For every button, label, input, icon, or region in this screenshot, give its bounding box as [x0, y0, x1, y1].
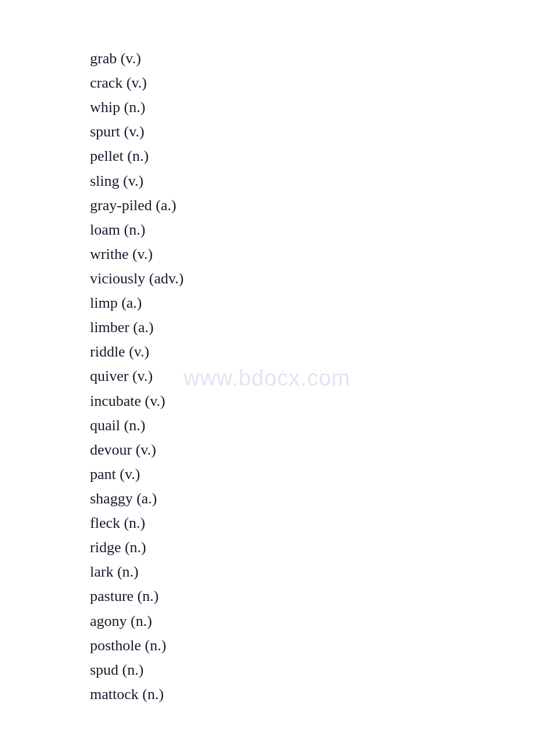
list-item: riddle (v.)	[90, 340, 534, 364]
list-item: lark (n.)	[90, 560, 534, 584]
list-item: shaggy (a.)	[90, 487, 534, 511]
list-item: quail (n.)	[90, 413, 534, 438]
list-item: limp (a.)	[90, 291, 534, 315]
list-item: quiver (v.)	[90, 364, 534, 388]
list-item: fleck (n.)	[90, 511, 534, 535]
list-item: pant (v.)	[90, 462, 534, 487]
list-item: spud (n.)	[90, 658, 534, 682]
list-item: pellet (n.)	[90, 144, 534, 168]
list-item: incubate (v.)	[90, 389, 534, 413]
list-item: limber (a.)	[90, 315, 534, 340]
list-item: pasture (n.)	[90, 584, 534, 609]
list-item: sling (v.)	[90, 169, 534, 193]
list-item: grab (v.)	[90, 46, 534, 71]
list-item: ridge (n.)	[90, 535, 534, 560]
list-item: gray-piled (a.)	[90, 193, 534, 218]
word-list: grab (v.)crack (v.)whip (n.)spurt (v.)pe…	[0, 0, 534, 707]
list-item: crack (v.)	[90, 71, 534, 95]
list-item: mattock (n.)	[90, 682, 534, 707]
list-item: agony (n.)	[90, 609, 534, 633]
list-item: viciously (adv.)	[90, 267, 534, 291]
list-item: posthole (n.)	[90, 633, 534, 658]
list-item: spurt (v.)	[90, 120, 534, 144]
list-item: whip (n.)	[90, 95, 534, 120]
list-item: writhe (v.)	[90, 242, 534, 267]
list-item: loam (n.)	[90, 218, 534, 242]
list-item: devour (v.)	[90, 438, 534, 462]
